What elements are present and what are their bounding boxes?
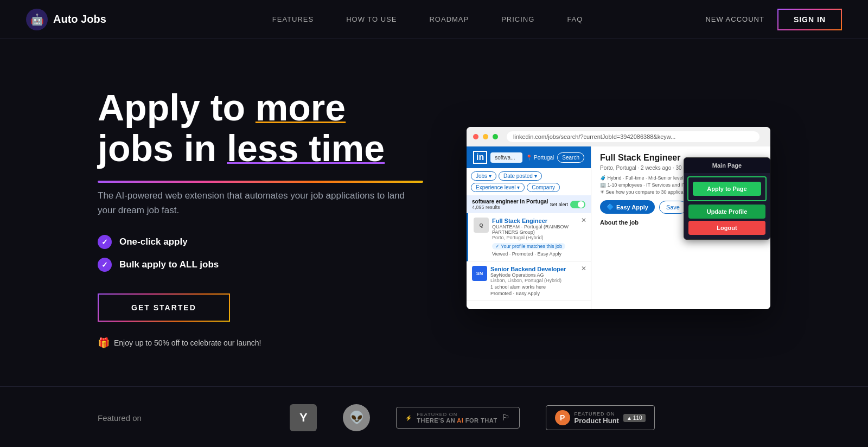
browser-dot-close [473,134,478,139]
yc-symbol: Y [290,404,317,431]
title-less-time: less time [227,127,385,169]
job-title-1: Full Stack Engineer [492,218,585,224]
linkedin-search-bar[interactable]: softwa... [490,152,522,163]
job-card-2-info: Senior Backend Developer SayNode Operati… [490,266,566,296]
feature-one-click: ✓ One-click apply [98,235,423,249]
job-card-2[interactable]: SN Senior Backend Developer SayNode Oper… [467,261,591,301]
browser-url-bar: linkedin.com/jobs/search/?currentJobId=3… [507,131,760,142]
extension-logout-button[interactable]: Logout [688,221,765,235]
reddit-symbol: 👽 [343,404,370,431]
product-hunt-count: ▲ 110 [623,414,646,422]
save-job-button[interactable]: Save [659,201,687,214]
job-company-2: SayNode Operations AG [490,272,566,278]
extension-overlay: Main Page Apply to Page Update Profile L… [684,157,770,240]
robot-icon: 🤖 [30,13,44,26]
promo-text: 🎁 Enjoy up to 50% off to celebrate our l… [98,337,423,349]
browser-mockup-container: linkedin.com/jobs/search/?currentJobId=3… [467,127,770,309]
feature-list: ✓ One-click apply ✓ Bulk apply to ALL jo… [98,235,423,272]
feature-bulk-apply-label: Bulk apply to ALL jobs [119,259,219,270]
featured-logos: Y 👽 ⚡ FEATURED ON THERE'S AN AI FOR THAT… [174,404,770,431]
hero-section: Apply to more jobs in less time The AI-p… [0,39,868,386]
check-icon-1: ✓ [98,235,112,249]
ai-for-that-badge: ⚡ FEATURED ON THERE'S AN AI FOR THAT 🏳 [396,407,519,429]
product-hunt-icon: P [555,410,570,425]
reddit-logo: 👽 [343,404,370,431]
nav-links: FEATURES HOW TO USE ROADMAP PRICING FAQ [150,15,706,23]
browser-content: in softwa... 📍 Portugal Search Jobs ▾ Da… [467,146,770,309]
nav-link-features[interactable]: FEATURES [272,15,314,23]
ai-badge-icon: ⚡ [405,415,412,421]
toggle-switch[interactable] [570,201,585,208]
job-badge-2: 1 school alum works here [490,284,566,290]
sign-in-button[interactable]: SIGN IN [777,9,842,30]
browser-bar: linkedin.com/jobs/search/?currentJobId=3… [467,127,770,146]
ycombinator-logo: Y [290,404,317,431]
job-avatar-2: SN [472,266,487,281]
extension-apply-highlight: Apply to Page [687,176,767,201]
job-company-1: QUANTEAM - Portugal (RAINBOW PARTNERS Gr… [492,224,585,235]
nav-actions: NEW ACCOUNT SIGN IN [705,9,842,30]
job-card-1-info: Full Stack Engineer QUANTEAM - Portugal … [492,218,585,257]
filter-jobs[interactable]: Jobs ▾ [471,171,496,181]
nav-link-pricing[interactable]: PRICING [501,15,534,23]
linkedin-search-button[interactable]: Search [557,152,584,163]
product-hunt-text: FEATURED ON Product Hunt [575,411,619,425]
promo-icon: 🎁 [98,337,110,349]
extension-apply-button[interactable]: Apply to Page [693,182,761,196]
title-more: more [256,87,346,128]
featured-label: Featured on [98,413,142,423]
product-hunt-badge: P FEATURED ON Product Hunt ▲ 110 [546,405,655,430]
check-icon-2: ✓ [98,258,112,272]
job-close-btn-1[interactable]: ✕ [581,216,586,224]
nav-link-roadmap[interactable]: ROADMAP [429,15,469,23]
job-location-2: Lisbon, Lisbon, Portugal (Hybrid) [490,278,566,283]
job-badge-2b: Promoted · Easy Apply [490,291,566,296]
get-started-button[interactable]: GET STARTED [98,293,230,322]
nav-link-faq[interactable]: FAQ [567,15,583,23]
logo-icon: 🤖 [26,9,48,30]
set-alert-label: Set alert [550,202,568,207]
alert-results-count: 4,895 results [472,205,548,210]
ai-badge-flag: 🏳 [502,413,510,423]
logo-text: Auto Jobs [53,13,106,25]
job-card-2-header: SN Senior Backend Developer SayNode Oper… [472,266,585,296]
alert-search-text: software engineer in Portugal [472,199,548,205]
toggle-dot [578,201,584,208]
job-location-1: Porto, Portugal (Hybrid) [492,235,585,240]
browser-dot-expand [493,134,498,139]
navigation: 🤖 Auto Jobs FEATURES HOW TO USE ROADMAP … [0,0,868,39]
job-title-2: Senior Backend Developer [490,266,566,272]
title-mid: jobs in [98,127,227,169]
extension-update-profile-button[interactable]: Update Profile [688,205,765,219]
feature-bulk-apply: ✓ Bulk apply to ALL jobs [98,258,423,272]
job-close-btn-2[interactable]: ✕ [581,265,586,272]
logo[interactable]: 🤖 Auto Jobs [26,9,106,30]
job-card-1[interactable]: Q Full Stack Engineer QUANTEAM - Portuga… [467,213,591,261]
browser-mockup: linkedin.com/jobs/search/?currentJobId=3… [467,127,770,309]
job-match-tag-1: ✓ Your profile matches this job [492,243,565,250]
gradient-underline [98,181,423,183]
new-account-button[interactable]: NEW ACCOUNT [705,15,764,23]
ai-badge-text: FEATURED ON THERE'S AN AI FOR THAT [417,412,497,424]
linkedin-logo: in [473,151,487,164]
featured-section: Featured on Y 👽 ⚡ FEATURED ON THERE'S AN… [0,386,868,447]
product-hunt-number: 110 [633,415,642,421]
linkedin-jobs-panel: in softwa... 📍 Portugal Search Jobs ▾ Da… [467,146,591,309]
filter-date[interactable]: Date posted ▾ [499,171,542,181]
feature-one-click-label: One-click apply [119,237,188,247]
nav-link-how-to-use[interactable]: HOW TO USE [346,15,397,23]
linkedin-filters: Jobs ▾ Date posted ▾ Experience level ▾ … [467,168,591,195]
product-hunt-arrow: ▲ [627,415,632,421]
linkedin-alert-bar: software engineer in Portugal 4,895 resu… [467,195,591,213]
easy-apply-button[interactable]: 🔷 Easy Apply [600,200,655,214]
job-avatar-1: Q [474,218,489,233]
set-alert-toggle: Set alert [550,201,585,208]
linkedin-top-bar: in softwa... 📍 Portugal Search [467,146,591,168]
extension-header: Main Page [684,158,770,173]
filter-company[interactable]: Company [527,183,560,192]
hero-title: Apply to more jobs in less time [98,87,423,169]
hero-description: The AI-powered web extension that automa… [98,188,423,218]
job-badge-1: Viewed · Promoted · Easy Apply [492,251,585,257]
filter-experience[interactable]: Experience level ▾ [471,183,525,192]
browser-dot-minimize [483,134,488,139]
